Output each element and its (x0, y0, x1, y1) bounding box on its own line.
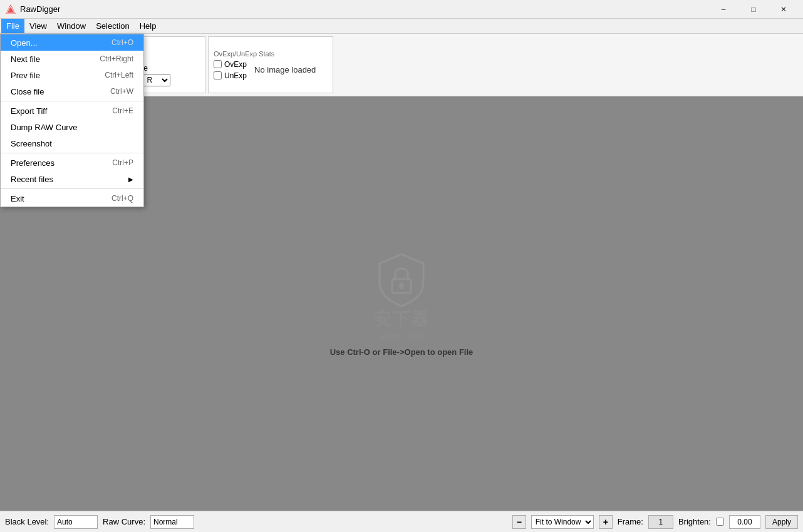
zoom-out-button[interactable]: − (512, 515, 526, 529)
canvas-content: 安下器 anxz.com Use Ctrl-O or File->Open to… (330, 251, 474, 357)
menu-item-dump[interactable]: Dump RAW Curve (1, 119, 143, 135)
watermark-url-text: anxz.com (380, 331, 423, 341)
exit-shortcut: Ctrl+Q (111, 194, 133, 203)
watermark-url: anxz.com (380, 331, 423, 341)
file-dropdown-menu: Open... Ctrl+O Next file Ctrl+Right Prev… (0, 34, 144, 207)
ovexp-label: OvExp/UnExp Stats (214, 50, 328, 58)
ovexp-controls: OvExp UnExp No image loaded (214, 60, 328, 80)
menu-item-prev[interactable]: Prev file Ctrl+Left (1, 67, 143, 83)
prefs-label: Preferences (11, 158, 54, 168)
fit-select[interactable]: Fit to Window 25% 50% 100% 200% (531, 515, 594, 529)
recent-arrow: ▶ (128, 176, 133, 183)
menu-bar: File View Window Selection Help (0, 19, 803, 34)
minimize-button[interactable]: – (709, 0, 738, 19)
dump-label: Dump RAW Curve (11, 123, 77, 132)
unexpp-checkbox-label: UnExp (224, 71, 247, 80)
exit-label: Exit (11, 194, 24, 203)
raw-curve-label: Raw Curve: (103, 517, 145, 526)
ovexp-checkbox-row[interactable]: OvExp (214, 60, 247, 69)
title-bar-text: RawDigger (20, 4, 709, 14)
watermark-icon (370, 251, 433, 307)
prev-shortcut: Ctrl+Left (105, 71, 133, 79)
channel-select[interactable]: R G B (142, 74, 170, 86)
title-bar-controls: – □ ✕ (709, 0, 798, 19)
open-label: Open... (11, 38, 38, 48)
separator-2 (1, 153, 143, 153)
menu-view[interactable]: View (24, 19, 52, 33)
watermark-chinese: 安下器 (373, 307, 430, 331)
close-button[interactable]: ✕ (769, 0, 798, 19)
menu-help[interactable]: Help (135, 19, 162, 33)
no-image-text: No image loaded (254, 65, 316, 74)
menu-item-open[interactable]: Open... Ctrl+O (1, 34, 143, 51)
menu-item-next[interactable]: Next file Ctrl+Right (1, 51, 143, 67)
zoom-in-button[interactable]: + (599, 515, 613, 529)
separator-3 (1, 188, 143, 189)
brighten-input[interactable] (729, 515, 760, 529)
close-label: Close file (11, 87, 44, 96)
svg-rect-4 (400, 285, 403, 289)
black-level-input[interactable] (54, 515, 98, 529)
menu-item-close[interactable]: Close file Ctrl+W (1, 83, 143, 100)
brighten-checkbox[interactable] (716, 518, 724, 526)
unexpp-checkbox[interactable] (214, 71, 222, 79)
status-bar: Black Level: Raw Curve: − Fit to Window … (0, 511, 803, 532)
ovexp-checkbox[interactable] (214, 60, 222, 68)
export-shortcut: Ctrl+E (112, 106, 133, 115)
canvas-watermark: 安下器 anxz.com (370, 251, 433, 341)
next-shortcut: Ctrl+Right (100, 54, 133, 63)
menu-item-export[interactable]: Export Tiff Ctrl+E (1, 103, 143, 119)
prefs-shortcut: Ctrl+P (112, 158, 133, 167)
black-level-label: Black Level: (5, 517, 49, 526)
export-label: Export Tiff (11, 106, 47, 116)
recent-label: Recent files (11, 175, 53, 184)
unexpp-checkbox-row[interactable]: UnExp (214, 71, 247, 80)
title-bar: RawDigger – □ ✕ (0, 0, 803, 19)
maximize-button[interactable]: □ (739, 0, 768, 19)
menu-file[interactable]: File (1, 19, 24, 33)
close-shortcut: Ctrl+W (110, 87, 133, 96)
prev-label: Prev file (11, 71, 40, 80)
app-logo-icon (5, 4, 16, 15)
raw-curve-input[interactable] (150, 515, 194, 529)
ovexp-section: OvExp/UnExp Stats OvExp UnExp No image l… (208, 36, 333, 93)
menu-selection[interactable]: Selection (91, 19, 134, 33)
open-shortcut: Ctrl+O (111, 38, 133, 47)
next-label: Next file (11, 54, 40, 64)
menu-item-preferences[interactable]: Preferences Ctrl+P (1, 155, 143, 171)
no-image-container: No image loaded (254, 60, 316, 80)
menu-item-exit[interactable]: Exit Ctrl+Q (1, 190, 143, 207)
menu-item-recent[interactable]: Recent files ▶ (1, 171, 143, 187)
checkbox-group: OvExp UnExp (214, 60, 247, 80)
frame-input[interactable] (648, 515, 673, 529)
menu-window[interactable]: Window (52, 19, 91, 33)
canvas-hint: Use Ctrl-O or File->Open to open File (330, 347, 474, 357)
apply-button[interactable]: Apply (765, 515, 798, 529)
brighten-label: Brighten: (678, 517, 711, 526)
watermark-text-container: 安下器 (373, 307, 430, 331)
ovexp-checkbox-label: OvExp (224, 60, 247, 69)
frame-label: Frame: (618, 517, 643, 526)
separator-1 (1, 101, 143, 101)
app-window: RawDigger – □ ✕ File View Window Selecti… (0, 0, 803, 532)
menu-item-screenshot[interactable]: Screenshot (1, 135, 143, 151)
screenshot-label: Screenshot (11, 139, 52, 148)
